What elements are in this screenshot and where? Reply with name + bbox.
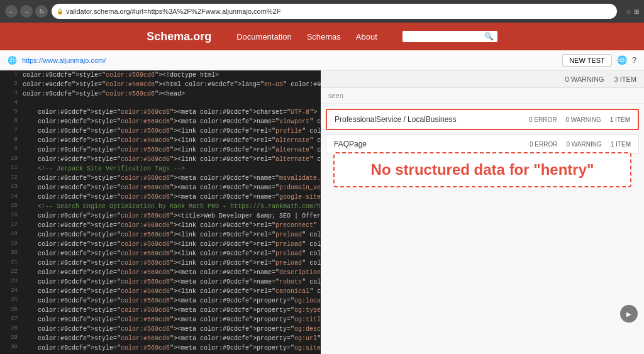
code-line: 5 color:#9cdcfe">style="color:#569cd6"><… [0,108,321,117]
line-number: 9 [3,145,18,155]
line-number: 19 [3,240,18,249]
line-code: color:#9cdcfe">style="color:#569cd6"><li… [23,249,321,258]
stats-bar: 0 WARNING 3 ITEM [321,70,644,88]
code-line: 13 color:#9cdcfe">style="color:#569cd6">… [0,183,321,192]
code-line: 11 <!-- Jetpack Site Verification Tags -… [0,164,321,174]
line-code: color:#9cdcfe">style="color:#569cd6"><me… [23,108,317,117]
line-code: color:#9cdcfe">style="color:#569cd6"><ti… [23,211,321,221]
main-content: 1color:#9cdcfe">style="color:#569cd6"><!… [0,70,644,354]
code-line: 8 color:#9cdcfe">style="color:#569cd6"><… [0,136,321,145]
line-number: 5 [3,108,18,117]
warning-stat: 0 WARNING [566,141,601,148]
back-button[interactable]: ← [5,5,18,18]
line-code: color:#9cdcfe">style="color:#569cd6"><me… [23,117,321,126]
code-line: 16 color:#9cdcfe">style="color:#569cd6">… [0,211,321,221]
code-line: 25 color:#9cdcfe">style="color:#569cd6">… [0,296,321,306]
line-number: 21 [3,258,18,268]
code-line: 20 color:#9cdcfe">style="color:#569cd6">… [0,249,321,258]
line-code: color:#9cdcfe">style="color:#569cd6"><li… [23,240,321,249]
search-icon: 🔍 [484,32,494,41]
star-icon: ☆ [626,8,631,15]
line-code: color:#9cdcfe">style="color:#569cd6"><me… [23,183,321,192]
validator-toolbar: 🌐 https://www.aljunmajo.com/ NEW TEST 🌐 … [0,50,644,70]
item-count-stat: 1 ITEM [611,141,631,148]
results-panel: 0 WARNING 3 ITEM seen ProfessionalServic… [321,70,644,354]
code-line: 1color:#9cdcfe">style="color:#569cd6"><!… [0,70,321,80]
search-input[interactable] [406,33,482,40]
line-code: color:#9cdcfe">style="color:#569cd6"><me… [23,192,321,202]
line-number: 6 [3,117,18,126]
code-line: 22 color:#9cdcfe">style="color:#569cd6">… [0,268,321,277]
line-code: color:#9cdcfe">style="color:#569cd6"><li… [23,258,321,268]
line-number: 11 [3,164,18,174]
line-code: color:#9cdcfe">style="color:#569cd6"><li… [23,126,321,136]
code-line: 21 color:#9cdcfe">style="color:#569cd6">… [0,258,321,268]
site-search[interactable]: 🔍 [402,31,497,42]
address-bar[interactable]: 🔒 validator.schema.org/#url=https%3A%2F%… [52,4,617,19]
line-code: color:#9cdcfe">style="color:#569cd6"><me… [23,174,321,183]
language-icon[interactable]: 🌐 [617,55,627,65]
line-code: color:#9cdcfe">style="color:#569cd6"><he… [23,89,185,99]
nav-documentation[interactable]: Documentation [236,32,291,41]
line-number: 12 [3,174,18,183]
help-icon[interactable]: ? [632,55,636,65]
seen-label: seen [321,88,644,104]
code-line: 15 <!-- Search Engine Optimization by Ra… [0,202,321,211]
nav-about[interactable]: About [356,32,377,41]
line-number: 1 [3,70,18,80]
error-stat: 0 ERROR [529,116,557,123]
schema-name: FAQPage [334,140,367,148]
line-number: 10 [3,155,18,164]
url-text: validator.schema.org/#url=https%3A%2F%2F… [66,8,280,15]
video-play-button[interactable]: ▶ [620,305,638,323]
code-line: 2color:#9cdcfe">style="color:#569cd6"><h… [0,80,321,89]
code-line: 17 color:#9cdcfe">style="color:#569cd6">… [0,221,321,230]
lock-icon: 🔒 [57,8,64,14]
line-code: color:#9cdcfe">style="color:#569cd6"><li… [23,287,321,296]
item-stat: 3 ITEM [614,75,636,83]
refresh-button[interactable]: ↻ [35,5,48,18]
forward-button[interactable]: → [20,5,33,18]
toolbar-icons: 🌐 ? [617,55,636,65]
new-test-button[interactable]: NEW TEST [562,54,612,67]
line-code: color:#9cdcfe">style="color:#569cd6"><ht… [23,80,321,89]
error-stat: 0 ERROR [530,141,557,148]
code-line: 19 color:#9cdcfe">style="color:#569cd6">… [0,240,321,249]
line-number: 25 [3,296,18,306]
code-line: 24 color:#9cdcfe">style="color:#569cd6">… [0,287,321,296]
line-number: 17 [3,221,18,230]
line-number: 27 [3,315,18,324]
annotation-text: No structured data for "hentry" [345,161,620,179]
code-line: 27 color:#9cdcfe">style="color:#569cd6">… [0,315,321,324]
code-line: 7 color:#9cdcfe">style="color:#569cd6"><… [0,126,321,136]
line-number: 20 [3,249,18,258]
code-line: 14 color:#9cdcfe">style="color:#569cd6">… [0,192,321,202]
line-number: 24 [3,287,18,296]
line-number: 18 [3,230,18,240]
line-number: 3 [3,89,18,99]
line-number: 22 [3,268,18,277]
line-number: 28 [3,324,18,334]
schema-item[interactable]: FAQPage 0 ERROR 0 WARNING 1 ITEM [326,134,639,154]
line-code: <!-- Jetpack Site Verification Tags --> [23,164,185,174]
schema-name: ProfessionalService / LocalBusiness [335,115,456,124]
line-code: color:#9cdcfe">style="color:#569cd6"><li… [23,230,321,240]
line-code: color:#9cdcfe">style="color:#569cd6"><li… [23,136,321,145]
line-number: 29 [3,334,18,343]
code-line: 23 color:#9cdcfe">style="color:#569cd6">… [0,277,321,287]
code-line: 18 color:#9cdcfe">style="color:#569cd6">… [0,230,321,240]
browser-action-icons: ☆ ⊞ [626,8,639,15]
line-number: 30 [3,343,18,353]
code-line: 30 color:#9cdcfe">style="color:#569cd6">… [0,343,321,353]
validator-url: https://www.aljunmajo.com/ [22,57,557,64]
browser-bar: ← → ↻ 🔒 validator.schema.org/#url=https%… [0,0,644,23]
line-code: color:#9cdcfe">style="color:#569cd6"><li… [23,145,321,155]
site-nav: Documentation Schemas About [236,32,377,41]
warning-stat: 0 WARNING [565,116,601,123]
line-code: color:#9cdcfe">style="color:#569cd6"><me… [23,268,321,277]
schema-item[interactable]: ProfessionalService / LocalBusiness 0 ER… [326,109,639,130]
code-panel: 1color:#9cdcfe">style="color:#569cd6"><!… [0,70,321,354]
line-code: color:#9cdcfe">style="color:#569cd6"><me… [23,324,321,334]
line-code: color:#9cdcfe">style="color:#569cd6"><me… [23,315,321,324]
nav-schemas[interactable]: Schemas [307,32,341,41]
